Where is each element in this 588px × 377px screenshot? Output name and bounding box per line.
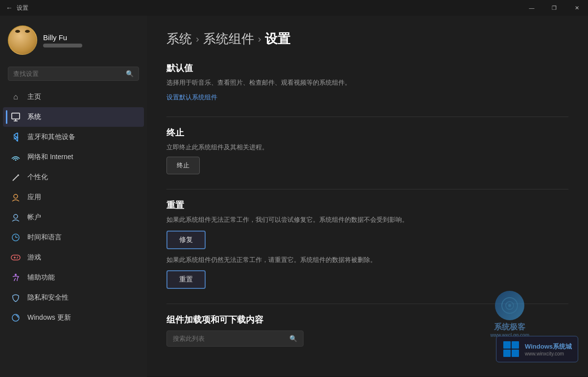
defaults-desc: 选择用于听音乐、查看照片、检查邮件、观看视频等的系统组件。 xyxy=(166,78,568,88)
nav-icon-update xyxy=(11,313,21,323)
sidebar-item-accounts[interactable]: 帐户 xyxy=(3,208,144,227)
nav-label-system: 系统 xyxy=(27,113,41,121)
windows-badge: Windows系统城 www.winxcity.com xyxy=(496,336,578,362)
addons-title: 组件加载项和可下载内容 xyxy=(166,314,568,326)
nav-label-personalization: 个性化 xyxy=(27,173,48,182)
sidebar-item-update[interactable]: Windows 更新 xyxy=(3,308,144,328)
nav-label-accounts: 帐户 xyxy=(27,213,41,222)
close-button[interactable]: ✕ xyxy=(565,0,588,16)
reset-desc2: 如果此系统组件仍然无法正常工作，请重置它。系统组件的数据将被删除。 xyxy=(166,255,568,265)
section-terminate: 终止 立即终止此系统组件及其相关进程。 终止 xyxy=(166,127,568,175)
user-info: Billy Fu xyxy=(43,33,82,47)
titlebar: ← 设置 — ❐ ✕ xyxy=(0,0,588,16)
nav-icon-time xyxy=(11,233,21,242)
titlebar-controls: — ❐ ✕ xyxy=(520,0,588,16)
user-subtitle xyxy=(43,44,82,47)
nav-label-time: 时间和语言 xyxy=(27,233,62,242)
terminate-desc: 立即终止此系统组件及其相关进程。 xyxy=(166,142,568,152)
titlebar-left: ← 设置 xyxy=(6,4,28,12)
sidebar-item-personalization[interactable]: 个性化 xyxy=(3,167,144,187)
nav-icon-bluetooth xyxy=(11,132,21,142)
nav-label-home: 主页 xyxy=(27,93,41,101)
badge-main: Windows系统城 xyxy=(525,342,572,351)
svg-point-3 xyxy=(15,160,17,161)
svg-point-13 xyxy=(17,257,18,258)
nav-label-network: 网络和 Internet xyxy=(27,153,73,162)
avatar-face xyxy=(8,26,37,54)
breadcrumb-components: 系统组件 xyxy=(203,30,254,47)
breadcrumb: 系统 › 系统组件 › 设置 xyxy=(166,30,568,47)
search-box[interactable]: 🔍 xyxy=(8,67,139,81)
sidebar-item-privacy[interactable]: 隐私和安全性 xyxy=(3,288,144,307)
sidebar: Billy Fu 🔍 ⌂主页系统蓝牙和其他设备网络和 Internet个性化应用… xyxy=(0,16,147,377)
titlebar-title: 设置 xyxy=(17,4,28,12)
username: Billy Fu xyxy=(43,33,82,42)
nav-label-bluetooth: 蓝牙和其他设备 xyxy=(27,133,75,141)
maximize-button[interactable]: ❐ xyxy=(543,0,565,16)
badge-sub: www.winxcity.com xyxy=(525,351,572,356)
sidebar-item-home[interactable]: ⌂主页 xyxy=(3,87,144,107)
reset-btn-wrapper: 重置 xyxy=(166,270,568,289)
sidebar-item-gaming[interactable]: 游戏 xyxy=(3,248,144,267)
divider-2 xyxy=(166,189,568,189)
svg-rect-21 xyxy=(512,341,519,349)
search-list-input[interactable] xyxy=(173,335,285,342)
search-list-icon: 🔍 xyxy=(289,335,297,342)
svg-rect-23 xyxy=(512,350,519,357)
sidebar-item-apps[interactable]: 应用 xyxy=(3,188,144,207)
breadcrumb-system: 系统 xyxy=(166,30,192,47)
section-defaults: 默认值 选择用于听音乐、查看照片、检查邮件、观看视频等的系统组件。 设置默认系统… xyxy=(166,62,568,102)
repair-btn-wrapper: 修复 xyxy=(166,231,568,249)
divider-3 xyxy=(166,304,568,304)
defaults-link[interactable]: 设置默认系统组件 xyxy=(166,94,217,101)
active-bar xyxy=(6,110,7,124)
nav-label-accessibility: 辅助功能 xyxy=(27,273,55,282)
nav-icon-apps xyxy=(11,192,21,202)
nav-label-gaming: 游戏 xyxy=(27,253,41,262)
svg-point-5 xyxy=(14,194,18,198)
svg-rect-0 xyxy=(12,113,20,119)
sidebar-item-bluetooth[interactable]: 蓝牙和其他设备 xyxy=(3,127,144,147)
sidebar-item-network[interactable]: 网络和 Internet xyxy=(3,147,144,167)
main-wrapper: 系统 › 系统组件 › 设置 默认值 选择用于听音乐、查看照片、检查邮件、观看视… xyxy=(147,16,588,377)
svg-point-14 xyxy=(17,258,18,259)
svg-point-15 xyxy=(15,274,17,276)
search-icon: 🔍 xyxy=(126,70,134,77)
breadcrumb-sep1: › xyxy=(196,33,199,45)
nav-label-update: Windows 更新 xyxy=(27,313,71,322)
terminate-button[interactable]: 终止 xyxy=(166,157,200,174)
defaults-title: 默认值 xyxy=(166,62,568,74)
nav-icon-network xyxy=(11,152,21,162)
sidebar-item-system[interactable]: 系统 xyxy=(3,107,144,127)
sidebar-item-accessibility[interactable]: 辅助功能 xyxy=(3,268,144,287)
section-reset: 重置 如果此系统组件无法正常工作，我们可以尝试修复它。系统组件的数据不会受到影响… xyxy=(166,199,568,289)
nav-label-apps: 应用 xyxy=(27,193,41,202)
reset-button[interactable]: 重置 xyxy=(166,270,206,289)
nav-label-privacy: 隐私和安全性 xyxy=(27,293,69,302)
reset-desc1: 如果此系统组件无法正常工作，我们可以尝试修复它。系统组件的数据不会受到影响。 xyxy=(166,215,568,225)
windows-logo-svg xyxy=(502,340,520,358)
user-profile[interactable]: Billy Fu xyxy=(0,16,147,63)
search-input[interactable] xyxy=(13,70,122,77)
sidebar-item-time[interactable]: 时间和语言 xyxy=(3,228,144,247)
avatar xyxy=(8,25,37,55)
terminate-title: 终止 xyxy=(166,127,568,139)
main-content: 系统 › 系统组件 › 设置 默认值 选择用于听音乐、查看照片、检查邮件、观看视… xyxy=(147,16,588,376)
svg-rect-20 xyxy=(503,341,511,349)
app-body: Billy Fu 🔍 ⌂主页系统蓝牙和其他设备网络和 Internet个性化应用… xyxy=(0,16,588,377)
repair-button[interactable]: 修复 xyxy=(166,231,206,249)
back-icon[interactable]: ← xyxy=(6,4,13,12)
svg-point-6 xyxy=(14,214,18,218)
nav-icon-accessibility xyxy=(11,273,21,283)
search-container: 🔍 xyxy=(0,63,147,87)
nav-icon-gaming xyxy=(11,253,21,262)
nav-icon-system xyxy=(11,112,21,122)
search-list-box[interactable]: 🔍 xyxy=(166,330,304,347)
nav-icon-accounts xyxy=(11,212,21,222)
minimize-button[interactable]: — xyxy=(520,0,543,16)
divider-1 xyxy=(166,117,568,117)
nav-icon-privacy xyxy=(11,293,21,303)
breadcrumb-current: 设置 xyxy=(265,30,290,47)
svg-line-4 xyxy=(13,175,19,181)
svg-rect-22 xyxy=(503,350,511,357)
